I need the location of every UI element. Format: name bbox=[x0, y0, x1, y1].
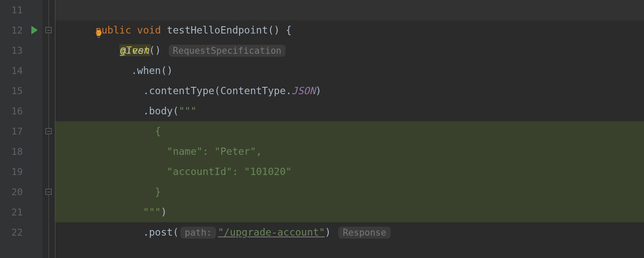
parens: () bbox=[149, 45, 161, 56]
fold-toggle-icon[interactable]: − bbox=[46, 128, 52, 134]
inlay-hint-type: RequestSpecification bbox=[169, 45, 286, 57]
inlay-hint-type: Response bbox=[338, 227, 390, 239]
chain-when: .when() bbox=[131, 65, 173, 76]
run-test-icon[interactable] bbox=[31, 26, 38, 34]
line-number: 12 bbox=[0, 20, 23, 40]
code-editor[interactable]: @Test public void testHelloEndpoint() { … bbox=[55, 0, 644, 258]
json-close-brace: } bbox=[155, 186, 161, 197]
json-line-name: "name": "Peter", bbox=[155, 146, 262, 157]
line-number: 16 bbox=[0, 101, 23, 121]
textblock-close: """ bbox=[143, 206, 161, 218]
line-number: 20 bbox=[0, 182, 23, 202]
keyword-public: public bbox=[95, 25, 131, 36]
line-number: 13 bbox=[0, 40, 23, 61]
line-number: 11 bbox=[0, 0, 23, 20]
method-name: testHelloEndpoint bbox=[167, 25, 268, 36]
json-line-accountid: "accountId": "101020" bbox=[155, 166, 292, 177]
line-number-gutter: 11 12 13 14 15 16 17 18 19 20 21 22 bbox=[0, 0, 27, 258]
chain-post: .post( bbox=[143, 227, 179, 238]
fold-toggle-icon[interactable]: − bbox=[46, 27, 52, 33]
constant-json: JSON bbox=[292, 85, 315, 96]
close-paren: ) bbox=[316, 85, 322, 96]
post-path-arg: "/upgrade-account" bbox=[218, 227, 325, 238]
json-open-brace: { bbox=[155, 126, 161, 137]
lightbulb-icon[interactable] bbox=[58, 5, 68, 15]
fold-gutter: − − − bbox=[43, 0, 55, 258]
given-call: given bbox=[119, 45, 149, 56]
chain-body-open: .body(""" bbox=[143, 105, 197, 117]
line-number: 15 bbox=[0, 81, 23, 101]
fold-toggle-icon[interactable]: − bbox=[46, 189, 52, 195]
keyword-void: void bbox=[137, 25, 161, 36]
line-number: 21 bbox=[0, 202, 23, 222]
line-number: 19 bbox=[0, 162, 23, 182]
inlay-hint-param: path: bbox=[180, 227, 216, 239]
run-gutter bbox=[27, 0, 43, 258]
line-number: 18 bbox=[0, 141, 23, 162]
chain-contenttype: .contentType(ContentType. bbox=[143, 85, 292, 96]
close-paren: ) bbox=[325, 227, 331, 238]
line-number: 14 bbox=[0, 61, 23, 81]
line-number: 17 bbox=[0, 121, 23, 141]
method-parens: () { bbox=[268, 25, 292, 36]
line-number: 22 bbox=[0, 222, 23, 243]
